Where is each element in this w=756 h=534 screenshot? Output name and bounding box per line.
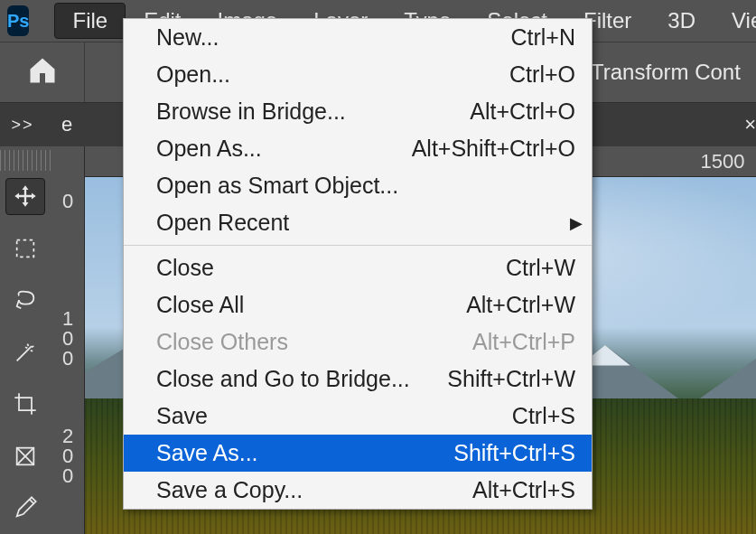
menu-item-close-others: Close OthersAlt+Ctrl+P [124,323,592,361]
menu-item-label: Save As... [156,440,435,466]
ruler-mark-100: 1 0 0 [61,309,74,369]
menu-item-label: Close [156,255,488,281]
file-menu-dropdown: New...Ctrl+NOpen...Ctrl+OBrowse in Bridg… [123,18,593,510]
menu-item-label: Close and Go to Bridge... [156,366,429,392]
eyedropper-tool[interactable] [5,490,45,527]
menu-item-shortcut: Ctrl+W [506,255,575,281]
vertical-ruler[interactable]: 0 1 0 0 2 0 0 [51,146,85,534]
move-tool[interactable] [5,178,45,216]
menu-item-save-a-copy[interactable]: Save a Copy...Alt+Ctrl+S [124,472,592,509]
menu-item-save[interactable]: SaveCtrl+S [124,398,592,435]
tools-panel [0,146,51,534]
menu-item-shortcut: Alt+Ctrl+P [472,329,575,355]
ruler-mark-1500: 1500 [701,150,745,173]
menu-item-label: Save a Copy... [156,477,454,503]
crop-tool[interactable] [5,386,45,423]
menu-item-label: Open As... [156,136,394,162]
menu-item-close[interactable]: CloseCtrl+W [124,249,592,286]
ruler-corner [0,150,51,171]
magic-wand-tool[interactable] [5,333,45,370]
menu-separator [124,245,592,246]
expand-panels-chevron[interactable]: >> [0,116,45,135]
ruler-mark-200: 2 0 0 [61,426,74,486]
menu-item-browse-in-bridge[interactable]: Browse in Bridge...Alt+Ctrl+O [124,93,592,130]
menu-item-open-as-smart-object[interactable]: Open as Smart Object... [124,167,592,204]
menu-item-shortcut: Alt+Ctrl+W [466,292,575,318]
app-logo[interactable]: Ps [7,5,29,36]
menu-view[interactable]: View [714,3,756,39]
ruler-mark-0: 0 [61,192,74,211]
svg-rect-0 [17,240,34,258]
menu-item-label: Open... [156,61,491,88]
menu-item-close-and-go-to-bridge[interactable]: Close and Go to Bridge...Shift+Ctrl+W [124,361,592,398]
menu-item-label: Close All [156,292,448,318]
lasso-tool[interactable] [5,282,45,319]
submenu-arrow-icon: ▶ [570,213,583,233]
menu-item-label: Browse in Bridge... [156,98,452,125]
menu-item-shortcut: Alt+Shift+Ctrl+O [412,136,575,162]
menu-item-shortcut: Ctrl+S [512,403,575,429]
menu-item-new[interactable]: New...Ctrl+N [124,19,592,56]
document-tab-label: e [61,113,72,136]
menu-item-shortcut: Shift+Ctrl+S [453,440,575,466]
menu-3d[interactable]: 3D [649,3,714,39]
menu-file[interactable]: File [54,3,126,39]
home-icon [26,54,59,90]
menu-item-label: Open Recent [156,210,575,236]
menu-item-label: Close Others [156,329,454,355]
menu-item-label: Save [156,403,494,429]
menu-item-label: Open as Smart Object... [156,173,575,199]
menu-item-save-as[interactable]: Save As...Shift+Ctrl+S [124,435,592,472]
menu-item-open-as[interactable]: Open As...Alt+Shift+Ctrl+O [124,130,592,167]
document-tab[interactable]: e [45,103,89,146]
home-button[interactable] [0,42,85,102]
menu-item-shortcut: Alt+Ctrl+O [470,98,575,125]
marquee-tool[interactable] [5,230,45,267]
menu-item-shortcut: Ctrl+O [509,61,575,88]
menu-item-shortcut: Ctrl+N [510,24,575,51]
menu-item-close-all[interactable]: Close AllAlt+Ctrl+W [124,286,592,323]
menu-item-shortcut: Shift+Ctrl+W [447,366,575,392]
show-transform-controls-label: Transform Cont [591,60,741,85]
menu-item-label: New... [156,24,492,51]
menu-item-open-recent[interactable]: Open Recent▶ [124,204,592,241]
frame-tool[interactable] [5,437,45,474]
menu-item-shortcut: Alt+Ctrl+S [472,477,575,503]
menu-item-open[interactable]: Open...Ctrl+O [124,56,592,93]
